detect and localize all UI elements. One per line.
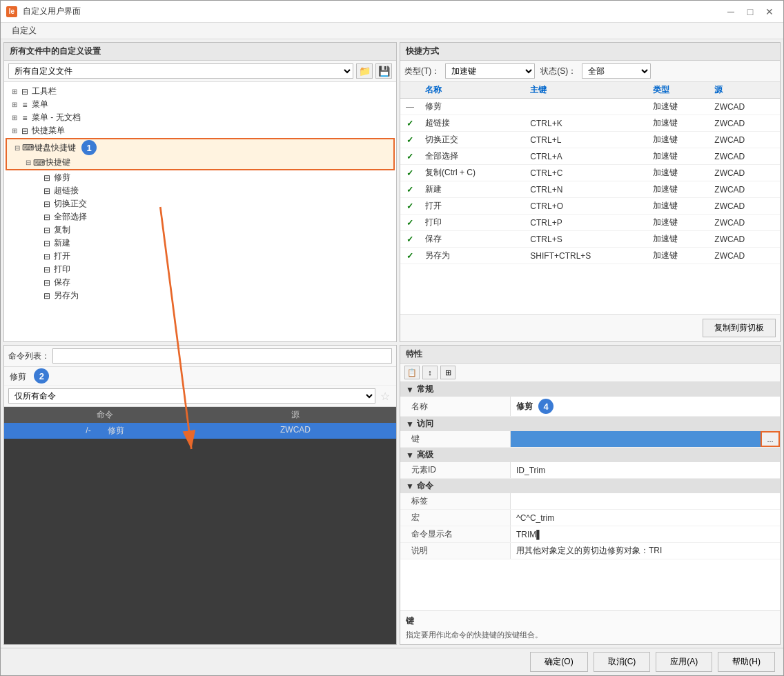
open-icon: ⊟	[41, 252, 52, 261]
favorite-button[interactable]: ☆	[378, 389, 392, 403]
tree-item-print[interactable]: ⊟ 打印	[4, 263, 396, 276]
section-advanced-label: 高级	[417, 449, 433, 461]
selectall-icon: ⊟	[41, 212, 52, 222]
key-browse-button[interactable]: ...	[761, 431, 780, 447]
command-search-input[interactable]	[52, 348, 392, 364]
cancel-button[interactable]: 取消(C)	[594, 652, 651, 672]
tree-item-shortcuts[interactable]: ⊟ ⌨ 快捷键	[7, 156, 393, 169]
type-select[interactable]: 加速键	[445, 63, 535, 79]
key-selectall: CTRL+A	[525, 148, 647, 165]
type-selectall: 加速键	[647, 148, 709, 165]
source-print: ZWCAD	[709, 215, 780, 231]
expand-shortcut-menu[interactable]: ⊞	[10, 126, 19, 136]
expand-keyboard[interactable]: ⊟	[12, 143, 22, 152]
prop-desc-text: 指定要用作此命令的快捷键的按键组合。	[406, 630, 774, 640]
save-icon: ⊟	[41, 278, 52, 288]
window-title: 自定义用户界面	[23, 6, 81, 17]
key-trim	[525, 99, 647, 115]
prop-value-key[interactable]	[511, 431, 761, 447]
key-hyperlink: CTRL+K	[525, 115, 647, 132]
type-saveas: 加速键	[647, 248, 709, 264]
shortcut-table: 名称 主键 类型 源 — 修剪 加速键	[400, 82, 780, 264]
expand-shortcuts[interactable]: ⊟	[23, 158, 33, 168]
open-file-button[interactable]: 📁	[356, 63, 373, 79]
expand-advanced[interactable]: ▼	[406, 450, 414, 460]
tree-item-ortho[interactable]: ⊟ 切换正交	[4, 197, 396, 210]
expand-menu[interactable]: ⊞	[10, 100, 19, 110]
shortcut-row-saveas[interactable]: ✓ 另存为 SHIFT+CTRL+S 加速键 ZWCAD	[400, 248, 780, 264]
menu-item-customize[interactable]: 自定义	[6, 23, 42, 38]
prop-value-description: 用其他对象定义的剪切边修剪对象：TRI	[511, 543, 780, 559]
tree-item-shortcut-menu[interactable]: ⊞ ⊟ 快捷菜单	[4, 124, 396, 137]
source-save: ZWCAD	[709, 231, 780, 248]
expand-access[interactable]: ▼	[406, 419, 414, 429]
prop-row-name: 名称 修剪 4	[400, 397, 780, 417]
key-input-field[interactable]	[516, 435, 755, 444]
tree-item-keyboard[interactable]: ⊟ ⌨ 键盘快捷键 1	[7, 139, 393, 156]
ok-button[interactable]: 确定(O)	[530, 652, 587, 672]
ortho-icon: ⊟	[41, 199, 52, 209]
expand-menu-nodoc[interactable]: ⊞	[10, 113, 19, 123]
minimize-button[interactable]: ─	[723, 3, 739, 20]
tree-item-toolbar[interactable]: ⊞ ⊟ 工具栏	[4, 85, 396, 98]
tree-item-new[interactable]: ⊟ 新建	[4, 237, 396, 250]
tree-item-menu-nodoc[interactable]: ⊞ ≡ 菜单 - 无文档	[4, 111, 396, 124]
check-ortho: ✓	[400, 132, 420, 148]
prop-value-tag	[511, 493, 780, 509]
section-general: ▼ 常规	[400, 382, 780, 397]
shortcut-row-ortho[interactable]: ✓ 切换正交 CTRL+L 加速键 ZWCAD	[400, 132, 780, 148]
tree-item-saveas[interactable]: ⊟ 另存为	[4, 289, 396, 302]
command-table[interactable]: 命令 源 /- 修剪 ZWCAD	[4, 407, 396, 644]
prop-key-tag: 标签	[400, 493, 511, 509]
check-selectall: ✓	[400, 148, 420, 165]
apply-button[interactable]: 应用(A)	[656, 652, 712, 672]
expand-trim[interactable]	[32, 173, 41, 183]
prop-btn-1[interactable]: 📋	[404, 366, 420, 379]
section-command: ▼ 命令	[400, 479, 780, 493]
check-copy: ✓	[400, 165, 420, 181]
settings-panel: 所有文件中的自定义设置 所有自定义文件 📁 💾 ⊞ ⊟ 工具栏	[3, 42, 397, 342]
prop-btn-2[interactable]: ↕	[422, 366, 438, 379]
shortcut-row-new[interactable]: ✓ 新建 CTRL+N 加速键 ZWCAD	[400, 181, 780, 198]
tree-item-hyperlink[interactable]: ⊟ 超链接	[4, 184, 396, 197]
expand-general[interactable]: ▼	[406, 385, 414, 395]
copy-to-clipboard-button[interactable]: 复制到剪切板	[703, 319, 776, 337]
main-content: 所有文件中的自定义设置 所有自定义文件 📁 💾 ⊞ ⊟ 工具栏	[1, 39, 783, 648]
shortcut-row-selectall[interactable]: ✓ 全部选择 CTRL+A 加速键 ZWCAD	[400, 148, 780, 165]
tree-item-copy[interactable]: ⊟ 复制	[4, 223, 396, 237]
prop-btn-3[interactable]: ⊞	[440, 366, 455, 379]
command-row-trim[interactable]: /- 修剪 ZWCAD	[4, 423, 396, 439]
cmd-trim-source: ZWCAD	[200, 425, 391, 437]
shortcut-row-save[interactable]: ✓ 保存 CTRL+S 加速键 ZWCAD	[400, 231, 780, 248]
prop-row-displayname: 命令显示名 TRIM▌	[400, 526, 780, 543]
help-button[interactable]: 帮助(H)	[718, 652, 775, 672]
shortcut-row-print[interactable]: ✓ 打印 CTRL+P 加速键 ZWCAD	[400, 215, 780, 231]
shortcut-row-hyperlink[interactable]: ✓ 超链接 CTRL+K 加速键 ZWCAD	[400, 115, 780, 132]
saveas-icon: ⊟	[41, 291, 52, 301]
maximize-button[interactable]: □	[742, 3, 758, 20]
command-table-header: 命令 源	[4, 407, 396, 423]
settings-panel-title: 所有文件中的自定义设置	[4, 43, 396, 61]
shortcut-row-open[interactable]: ✓ 打开 CTRL+O 加速键 ZWCAD	[400, 198, 780, 215]
tree-item-menu[interactable]: ⊞ ≡ 菜单	[4, 98, 396, 111]
status-select[interactable]: 全部	[582, 63, 651, 79]
file-select[interactable]: 所有自定义文件	[8, 63, 353, 79]
menu-icon: ≡	[19, 100, 30, 110]
main-wrapper: 所有文件中的自定义设置 所有自定义文件 📁 💾 ⊞ ⊟ 工具栏	[1, 39, 783, 648]
expand-command[interactable]: ▼	[406, 481, 414, 491]
expand-toolbar[interactable]: ⊞	[10, 87, 19, 97]
shortcut-table-container[interactable]: 名称 主键 类型 源 — 修剪 加速键	[400, 82, 780, 314]
shortcuts-panel-title: 快捷方式	[400, 43, 780, 61]
name-hyperlink: 超链接	[420, 115, 525, 132]
shortcut-row-copy[interactable]: ✓ 复制(Ctrl + C) CTRL+C 加速键 ZWCAD	[400, 165, 780, 181]
tree-item-selectall[interactable]: ⊟ 全部选择	[4, 210, 396, 223]
tree-item-open[interactable]: ⊟ 打开	[4, 250, 396, 263]
app-icon: Ie	[6, 6, 17, 17]
tree-item-trim[interactable]: ⊟ 修剪	[4, 171, 396, 184]
close-button[interactable]: ✕	[761, 3, 778, 20]
command-filter-select[interactable]: 仅所有命令	[8, 388, 375, 404]
tree-item-save[interactable]: ⊟ 保存	[4, 276, 396, 289]
shortcut-row-trim[interactable]: — 修剪 加速键 ZWCAD	[400, 99, 780, 115]
save-file-button[interactable]: 💾	[375, 63, 392, 79]
tree-container[interactable]: ⊞ ⊟ 工具栏 ⊞ ≡ 菜单 ⊞ ≡ 菜单 - 无文档	[4, 82, 396, 341]
